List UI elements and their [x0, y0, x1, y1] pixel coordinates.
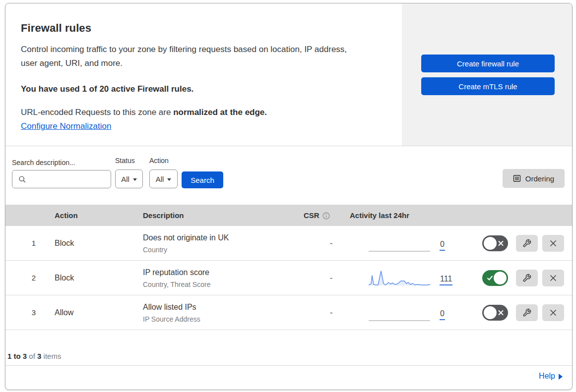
rule-csr-value: - [330, 295, 332, 330]
rule-priority: 2 [5, 261, 62, 295]
items-summary: 1 to 3 of 3 items [7, 352, 61, 360]
toggle-state-icon [498, 240, 504, 246]
table-body: 1 Block Does not originate in UK Country… [5, 226, 572, 330]
rule-csr-value: - [330, 226, 332, 261]
close-icon [550, 275, 557, 281]
delete-rule-button[interactable] [542, 270, 564, 286]
activity-count-link[interactable]: 111 [440, 275, 452, 285]
cta-panel [402, 3, 572, 146]
edit-rule-button[interactable] [516, 235, 538, 252]
toggle-knob [484, 306, 497, 319]
firewall-rules-card: Firewall rules Control incoming traffic … [5, 3, 573, 390]
rule-fields: Country, Threat Score [143, 279, 210, 289]
rule-enabled-toggle[interactable] [482, 235, 508, 251]
page-description: Control incoming traffic to your zone by… [21, 43, 383, 70]
rule-csr-value: - [330, 261, 332, 295]
rule-title: IP reputation score [143, 267, 210, 277]
help-arrow-icon [559, 374, 563, 380]
rule-enabled-toggle[interactable] [482, 270, 508, 286]
close-icon [550, 309, 557, 316]
header-section: Firewall rules Control incoming traffic … [5, 3, 572, 146]
delete-rule-button[interactable] [542, 304, 564, 321]
table-row: 1 Block Does not originate in UK Country… [5, 226, 572, 261]
info-icon[interactable] [322, 212, 330, 220]
normalization-note: URL-encoded Requests to this zone are no… [21, 107, 383, 118]
rule-fields: Country [143, 244, 229, 254]
create-firewall-rule-button[interactable]: Create firewall rule [421, 55, 555, 72]
create-mtls-rule-button[interactable]: Create mTLS rule [421, 77, 555, 95]
toggle-state-icon [487, 275, 493, 281]
action-filter-label: Action [149, 157, 169, 165]
rule-priority: 3 [5, 295, 62, 330]
status-label: Status [115, 157, 135, 165]
activity-sparkline [369, 271, 430, 286]
help-bar: Help [5, 365, 572, 388]
column-header-activity: Activity last 24hr [350, 205, 409, 226]
column-header-description: Description [143, 205, 184, 226]
table-header: Action Description CSR Activity last 24h… [5, 205, 572, 226]
chevron-down-icon [133, 178, 137, 181]
toggle-knob [484, 237, 497, 250]
rule-priority: 1 [5, 226, 62, 261]
search-input[interactable] [12, 170, 111, 188]
usage-summary: You have used 1 of 20 active Firewall ru… [21, 84, 383, 95]
close-icon [550, 240, 557, 247]
rule-title: Does not originate in UK [143, 232, 229, 242]
toggle-state-icon [498, 310, 504, 315]
chevron-down-icon [167, 178, 171, 181]
action-select[interactable]: All [149, 169, 178, 188]
table-row: 2 Block IP reputation score Country, Thr… [5, 261, 572, 295]
wrench-icon [522, 274, 531, 282]
rule-action: Block [55, 261, 74, 295]
configure-normalization-link[interactable]: Configure Normalization [21, 121, 111, 131]
column-header-action: Action [55, 205, 78, 226]
rule-action: Allow [55, 295, 73, 330]
activity-count-link[interactable]: 0 [440, 309, 445, 320]
ordering-icon [513, 174, 521, 182]
page-title: Firewall rules [21, 22, 383, 35]
toggle-knob [494, 272, 507, 284]
search-icon [18, 175, 26, 183]
ordering-button[interactable]: Ordering [503, 169, 565, 188]
rule-description: Allow listed IPs IP Source Address [143, 301, 200, 324]
activity-sparkline [369, 236, 430, 252]
activity-sparkline [369, 305, 430, 321]
rule-description: Does not originate in UK Country [143, 232, 229, 254]
delete-rule-button[interactable] [542, 235, 564, 252]
summary-area: 1 to 3 of 3 items [5, 330, 572, 365]
rule-title: Allow listed IPs [143, 301, 200, 312]
column-header-csr: CSR [304, 205, 330, 226]
rule-action: Block [55, 226, 74, 261]
search-button[interactable]: Search [182, 171, 223, 188]
wrench-icon [522, 308, 531, 317]
activity-count-link[interactable]: 0 [440, 240, 445, 251]
edit-rule-button[interactable] [516, 304, 538, 321]
rule-enabled-toggle[interactable] [482, 305, 508, 321]
help-link[interactable]: Help [539, 372, 563, 381]
search-label: Search description... [12, 159, 75, 167]
filter-bar: Search description... Status All Action … [5, 146, 572, 205]
edit-rule-button[interactable] [516, 270, 538, 286]
header-text-block: Firewall rules Control incoming traffic … [21, 22, 383, 132]
table-row: 3 Allow Allow listed IPs IP Source Addre… [5, 295, 572, 330]
rule-fields: IP Source Address [143, 314, 200, 324]
status-select[interactable]: All [115, 169, 143, 188]
wrench-icon [522, 239, 531, 248]
rule-description: IP reputation score Country, Threat Scor… [143, 267, 210, 289]
